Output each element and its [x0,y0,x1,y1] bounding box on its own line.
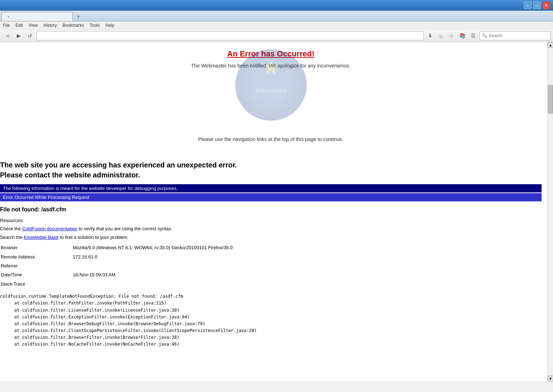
search-bar[interactable]: 🔍 [479,31,551,40]
window-controls: ─ □ ✕ [524,1,550,9]
menu-help[interactable]: Help [102,22,117,29]
content-area: INTELLIGENCE An Error has Occurred! The … [0,42,553,381]
error-file-not-found: File not found: /asdf.cfm [0,206,542,213]
stack-line-0: at coldfusion.filter.PathFilter.invoke(P… [14,300,542,307]
new-tab-button[interactable]: + [74,12,83,21]
error-occurred-bar: Error Occurred While Processing Request [0,193,542,201]
page-content: INTELLIGENCE An Error has Occurred! The … [0,42,547,354]
remote-value: 172.16.61.0 [73,253,233,261]
refresh-button[interactable]: ↺ [25,31,35,41]
large-error-text: The web site you are accessing has exper… [0,160,542,180]
remote-label: Remote Address [1,253,72,261]
nav-icons-right: ⬇ ⌂ ☆ 📚 ☰ [425,31,478,41]
svg-point-2 [253,67,289,103]
check-text: Check the [0,226,22,231]
check-text2: to verify that you are using the correct… [77,226,172,231]
stack-line-6: at coldfusion.filter.NoCacheFilter.invok… [14,341,542,348]
menu-file[interactable]: File [0,22,12,29]
kb-line: Search the Knowledge Base to find a solu… [0,233,542,241]
stack-line-3: at coldfusion.filter.BrowserDebugFilter.… [14,321,542,327]
stack-line-2: at coldfusion.filter.ExceptionFilter.inv… [14,314,542,321]
home-button[interactable]: ⌂ [436,31,446,41]
error-header-section: INTELLIGENCE An Error has Occurred! The … [0,42,542,153]
stacktrace-row: Stack Trace [1,280,233,288]
stack-line-5: at coldfusion.filter.BrowserFilter.invok… [14,334,542,341]
stack-line-1: at coldfusion.filter.LicenseFilter.invok… [14,307,542,314]
minimize-button[interactable]: ─ [524,1,532,9]
download-button[interactable]: ⬇ [425,31,435,41]
scrollbar-down-button[interactable]: ▼ [548,376,553,381]
bookmarks-panel-button[interactable]: 📚 [457,31,467,41]
scrollbar[interactable]: ▲ ▼ [547,42,553,381]
watermark-logo: INTELLIGENCE [232,46,310,124]
stack-trace: coldfusion.runtime.TemplateNotFoundExcep… [0,293,542,348]
stacktrace-value [73,280,233,288]
remote-row: Remote Address 172.16.61.0 [1,253,233,261]
address-input[interactable] [40,33,421,38]
scrollbar-thumb[interactable] [548,85,553,114]
datetime-value: 16-Nov-15 09:03 AM [73,271,233,279]
datetime-row: Date/Time 16-Nov-15 09:03 AM [1,271,233,279]
menu-bookmarks[interactable]: Bookmarks [60,22,87,29]
bookmark-star-button[interactable]: ☆ [447,31,457,41]
more-button[interactable]: ☰ [468,31,478,41]
cf-doc-line: Check the ColdFusion documentation to ve… [0,225,542,233]
back-button[interactable]: ◀ [2,31,12,41]
resources-label: Resources: [0,216,542,225]
logo-circle: INTELLIGENCE [235,49,307,121]
search-text2: to find a solution to your problem. [59,235,129,240]
search-text: Search the [0,235,24,240]
menu-tools[interactable]: Tools [87,22,102,29]
search-icon: 🔍 [482,33,487,38]
info-table: Browser Mozilla/5.0 (Windows NT 6.1; WOW… [0,243,233,289]
browser-value: Mozilla/5.0 (Windows NT 6.1; WOW64; rv:3… [73,243,233,252]
cf-doc-link[interactable]: ColdFusion documentation [22,226,77,231]
maximize-button[interactable]: □ [533,1,541,9]
tab-close-button[interactable]: × [7,15,10,19]
window-chrome: ─ □ ✕ [0,0,553,11]
stacktrace-label: Stack Trace [1,280,72,288]
forward-button[interactable]: ▶ [14,31,24,41]
address-bar[interactable] [36,31,424,40]
referrer-row: Referrer [1,262,233,270]
nav-bar: ◀ ▶ ↺ ⬇ ⌂ ☆ 📚 ☰ 🔍 [0,29,553,42]
large-error-line1: The web site you are accessing has exper… [0,160,542,170]
menu-history[interactable]: History [41,22,60,29]
large-error-line2: Please contact the website administrator… [0,170,542,180]
nav-message: Please use the navigation links at the t… [0,136,542,142]
referrer-label: Referrer [1,262,72,270]
scrollbar-track[interactable] [548,42,553,381]
datetime-label: Date/Time [1,271,72,279]
svg-text:INTELLIGENCE: INTELLIGENCE [255,88,286,93]
menu-view[interactable]: View [26,22,41,29]
close-button[interactable]: ✕ [542,1,550,9]
resources-section: Resources: Check the ColdFusion document… [0,216,542,348]
exception-main: coldfusion.runtime.TemplateNotFoundExcep… [0,293,542,300]
browser-label: Browser [1,243,72,252]
stack-line-4: at coldfusion.filter.ClientScopePersiste… [14,327,542,334]
browser-tab[interactable]: × [1,12,73,21]
debug-header-bar: The following information is meant for t… [0,184,542,192]
search-input[interactable] [489,33,542,38]
browser-row: Browser Mozilla/5.0 (Windows NT 6.1; WOW… [1,243,233,252]
menu-edit[interactable]: Edit [12,22,26,29]
referrer-value [73,262,233,270]
menu-bar: File Edit View History Bookmarks Tools H… [0,21,553,29]
tab-bar: × + [0,11,553,21]
kb-link[interactable]: Knowledge Base [24,235,59,240]
